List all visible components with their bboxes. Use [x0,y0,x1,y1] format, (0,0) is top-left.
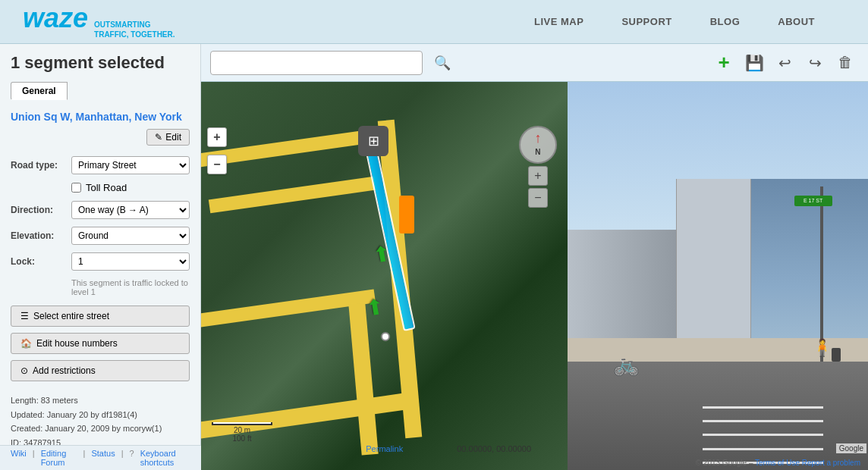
select-street-label: Select entire street [33,311,109,321]
direction-row: Direction: One way (B → A) One way (A → … [11,201,190,219]
add-button[interactable]: + [710,49,737,77]
created-info: Created: January 20, 2009 by mcoryw(1) [11,421,190,436]
street-name[interactable]: Union Sq W, Manhattan, New York [11,111,190,123]
redo-icon: ↪ [809,54,822,72]
lock-note: This segment is traffic locked to level … [71,278,190,296]
edit-button[interactable]: ✎ Edit [146,129,190,146]
add-restrictions-label: Add restrictions [33,365,96,376]
google-copyright: © 2013 Google – Terms of Use Report a pr… [696,459,860,467]
length-info: Length: 83 meters [11,393,190,408]
map-area[interactable]: 🔍 + 💾 ↩ ↪ 🗑 [201,44,868,470]
map-controls: + − [207,127,227,174]
edit-label: Edit [165,132,181,143]
logo-area: waze OUTSMARTINGTRAFFIC, TOGETHER. [23,5,175,39]
status-link[interactable]: Status [91,449,115,467]
bottom-links: Wiki | Editing Forum | Status | ? Keyboa… [0,445,201,470]
road-type-label: Road type: [11,160,65,171]
waze-logo: waze [23,5,88,32]
layer-toggle[interactable]: ⊞ [358,126,388,156]
street-view-canvas: 🚲 E 17 ST 🧍 [568,82,868,470]
report-problem-link-text[interactable]: Report a problem [802,459,860,467]
house-numbers-icon: 🏠 [20,338,32,349]
logo-tagline: OUTSMARTINGTRAFFIC, TOGETHER. [94,20,175,39]
navigation-control: N + − [519,126,557,208]
permalink[interactable]: Permalink [366,444,403,453]
sv-person: 🧍 [812,338,832,358]
zoom-in-button[interactable]: + [207,127,227,147]
sidebar: 1 segment selected General Union Sq W, M… [0,44,201,470]
road-type-select[interactable]: Primary Street Secondary Street Local Ro… [71,156,190,174]
copyright-text: © 2013 Google [696,459,747,467]
keyboard-shortcuts-link[interactable]: Keyboard shortcuts [140,449,190,467]
layer-button[interactable]: ⊞ [358,126,388,156]
sv-street-sign: E 17 ST [794,196,832,206]
elevation-row: Elevation: Ground -5-4-3-2-1 +1+2+3+4+5 [11,227,190,245]
toll-road-label: Toll Road [86,182,127,193]
elevation-label: Elevation: [11,230,65,241]
nav-links: LIVE MAP SUPPORT BLOG ABOUT [534,16,815,27]
edit-house-numbers-label: Edit house numbers [36,338,118,349]
nav-zoom-out[interactable]: − [528,188,548,208]
search-icon: 🔍 [434,55,451,71]
restrictions-icon: ⊙ [20,365,28,376]
lock-select[interactable]: 123456 [71,252,190,271]
main-area: 1 segment selected General Union Sq W, M… [0,44,868,470]
scale-bar: 20 m 100 ft [212,422,272,443]
sidebar-footer: Length: 83 meters Updated: January 20 by… [11,393,190,450]
toolbar-right: + 💾 ↩ ↪ 🗑 [710,49,859,77]
street-view-panel[interactable]: 🚲 E 17 ST 🧍 Google © 2013 Google – Terms… [568,82,868,470]
segment-selection-title: 1 segment selected [11,53,190,73]
lock-label: Lock: [11,256,65,267]
toll-road-checkbox[interactable] [71,183,81,193]
direction-label: Direction: [11,205,65,215]
nav-about[interactable]: ABOUT [778,16,815,27]
terms-of-use-link[interactable]: Terms of Use [755,459,800,467]
compass[interactable]: N [519,126,557,164]
nav-support[interactable]: SUPPORT [621,16,671,27]
search-button[interactable]: 🔍 [430,51,454,75]
nav-live-map[interactable]: LIVE MAP [534,16,583,27]
nav-zoom-in[interactable]: + [528,166,548,186]
edit-house-numbers-button[interactable]: 🏠 Edit house numbers [11,333,190,354]
undo-button[interactable]: ↩ [771,49,798,77]
delete-icon: 🗑 [838,54,853,71]
undo-icon: ↩ [778,54,791,72]
select-street-icon: ☰ [20,311,29,321]
redo-button[interactable]: ↪ [801,49,829,77]
search-input[interactable] [210,51,423,75]
direction-arrow-2: ⬇ [364,293,385,320]
map-toolbar: 🔍 + 💾 ↩ ↪ 🗑 [201,44,868,82]
app-header: waze OUTSMARTINGTRAFFIC, TOGETHER. LIVE … [0,0,868,44]
traffic-light [399,196,414,233]
save-button[interactable]: 💾 [741,49,768,77]
elevation-select[interactable]: Ground -5-4-3-2-1 +1+2+3+4+5 [71,227,190,245]
direction-select[interactable]: One way (B → A) One way (A → B) Two way … [71,201,190,219]
tab-general[interactable]: General [11,82,68,100]
edit-icon: ✎ [155,132,162,143]
road-type-row: Road type: Primary Street Secondary Stre… [11,156,190,174]
coordinates: 00.00000, 00.00000 [457,444,531,453]
save-icon: 💾 [745,54,764,72]
editing-forum-link[interactable]: Editing Forum [41,449,77,467]
delete-button[interactable]: 🗑 [832,49,859,77]
tab-bar: General [11,82,190,100]
updated-info: Updated: January 20 by df1981(4) [11,408,190,422]
add-icon: + [718,51,729,74]
add-restrictions-button[interactable]: ⊙ Add restrictions [11,360,190,381]
zoom-out-button[interactable]: − [207,155,227,174]
satellite-map[interactable]: ⬇ ⬇ 20 m 100 ft Permalink 00.00000, 00.0… [201,82,568,470]
edit-btn-row: ✎ Edit [11,129,190,146]
sv-trashcan [832,348,841,362]
wiki-link[interactable]: Wiki [11,449,27,467]
nav-blog[interactable]: BLOG [710,16,741,27]
map-node [381,332,390,341]
lock-row: Lock: 123456 [11,252,190,271]
sv-bicycle: 🚲 [613,352,640,377]
toll-road-row: Toll Road [71,182,190,193]
sv-pole [820,186,823,361]
google-logo: Google [836,443,866,453]
compass-n-label: N [535,148,540,156]
select-entire-street-button[interactable]: ☰ Select entire street [11,306,190,327]
keyboard-shortcuts-icon: ? [130,449,134,467]
layer-icon: ⊞ [368,133,379,149]
